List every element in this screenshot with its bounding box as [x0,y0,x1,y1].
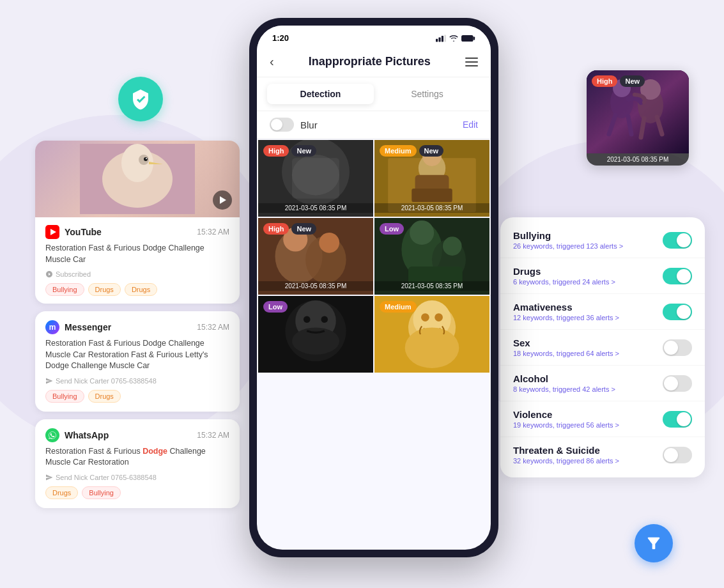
photo-cell-1[interactable]: High New 2021-03-05 08:35 PM [258,140,373,217]
phone-status-bar: 1:20 [257,26,491,47]
svg-point-45 [405,327,459,368]
toggle-sex[interactable] [663,339,692,356]
svg-rect-11 [474,36,475,40]
send-icon [45,377,53,385]
blur-toggle-container: Blur [270,118,318,132]
youtube-card-content: YouTube 15:32 AM Restoration Fast & Furi… [35,217,240,304]
toggle-violence[interactable] [663,411,692,428]
setting-detail-threaten-suicide: 32 keywords, triggered 86 alerts > [513,457,663,465]
setting-info-drugs: Drugs 6 keywords, triggered 24 alerts > [513,266,663,286]
photo-cell-3[interactable]: High New 2021-03-05 08:35 PM [258,218,373,295]
wifi-icon [449,35,459,42]
photo-badges-3: High New [263,223,316,235]
badge-high-3: High [263,223,289,235]
toggle-alcohol[interactable] [663,375,692,392]
badge-new-2: New [419,145,444,157]
play-button[interactable] [213,190,232,210]
setting-name-bullying: Bullying [513,230,663,241]
toggle-drugs[interactable] [663,268,692,284]
shield-container [118,77,163,121]
messenger-card-body: Restoration Fast & Furious Dodge Challen… [45,338,229,372]
setting-name-drugs: Drugs [513,266,663,277]
whatsapp-card-body: Restoration Fast & Furious Dodge Challen… [45,446,229,468]
back-button[interactable]: ‹ [270,54,274,69]
app-name-whatsapp: WhatsApp [45,428,109,442]
app-name-messenger: m Messenger [45,320,111,334]
messenger-tags: Bullying Drugs [45,390,229,403]
hamburger-line-3 [465,65,478,66]
blur-label: Blur [300,120,318,130]
badge-medium-6: Medium [380,301,417,313]
status-icons [436,35,475,42]
menu-button[interactable] [465,58,478,66]
svg-point-5 [146,158,147,159]
tag-bullying: Bullying [45,283,84,296]
top-right-image: High New [587,70,689,153]
whatsapp-sender: Send Nick Carter 0765-6388548 [45,474,229,481]
svg-rect-12 [462,36,472,41]
photo-badges-1: High New [263,145,316,157]
setting-bullying: Bullying 26 keywords, triggered 123 aler… [500,222,705,258]
setting-threaten-suicide: Threaten & Suicide 32 keywords, triggere… [500,437,705,472]
svg-rect-6 [436,38,438,42]
toggle-bullying[interactable] [663,232,692,249]
setting-info-threaten-suicide: Threaten & Suicide 32 keywords, triggere… [513,445,663,465]
right-settings-panel: Bullying 26 keywords, triggered 123 aler… [500,217,705,477]
toggle-threaten-suicide[interactable] [663,447,692,463]
svg-rect-7 [438,37,440,42]
svg-point-4 [144,157,148,161]
messenger-icon: m [45,320,59,334]
badge-low-4: Low [380,223,404,235]
svg-rect-9 [444,35,446,42]
svg-rect-22 [412,189,452,202]
setting-info-bullying: Bullying 26 keywords, triggered 123 aler… [513,230,663,250]
badge-low-5: Low [263,301,288,313]
photo-cell-4[interactable]: Low 2021-03-05 08:35 PM [374,218,489,295]
messenger-sender: Send Nick Carter 0765-6388548 [45,377,229,385]
edit-link[interactable]: Edit [463,120,478,130]
badge-medium-2: Medium [380,145,417,157]
top-right-image-card: High New [587,70,689,166]
svg-point-38 [304,316,311,323]
photo-timestamp-4: 2021-03-05 08:35 PM [374,281,489,291]
messenger-card: m Messenger 15:32 AM Restoration Fast & … [35,311,240,412]
setting-detail-amativeness: 12 keywords, triggered 36 alerts > [513,314,663,321]
photo-cell-2[interactable]: Medium New 2021-03-05 08:35 PM [374,140,489,217]
tag-drugs-wa: Drugs [45,486,78,499]
whatsapp-tags: Drugs Bullying [45,486,229,499]
tab-detection[interactable]: Detection [267,84,374,104]
svg-rect-16 [292,158,339,199]
photo-timestamp-3: 2021-03-05 08:35 PM [258,281,373,291]
photo-grid: High New 2021-03-05 08:35 PM Medium New [257,139,491,374]
photo-badges-5: Low [263,301,288,313]
photo-badges-2: Medium New [380,145,443,157]
filter-button[interactable] [635,524,673,562]
tab-settings[interactable]: Settings [374,84,481,104]
checkmark-shield-svg [129,88,152,111]
setting-name-threaten-suicide: Threaten & Suicide [513,445,663,456]
toggle-amativeness[interactable] [663,304,692,320]
setting-detail-bullying: 26 keywords, triggered 123 alerts > [513,242,663,250]
page-title: Inappropriate Pictures [309,55,431,68]
subscription-icon [45,270,53,278]
blur-toggle[interactable] [270,118,294,132]
setting-detail-alcohol: 8 keywords, triggered 42 alerts > [513,385,663,393]
setting-violence: Violence 19 keywords, triggered 56 alert… [500,401,705,437]
setting-info-violence: Violence 19 keywords, triggered 56 alert… [513,409,663,429]
app-name-youtube: YouTube [45,225,102,239]
photo-cell-6[interactable]: Medium [374,296,489,373]
youtube-subscription: Subscribed [45,270,229,278]
setting-name-alcohol: Alcohol [513,373,663,384]
setting-amativeness: Amativeness 12 keywords, triggered 36 al… [500,294,705,330]
setting-detail-drugs: 6 keywords, triggered 24 alerts > [513,278,663,286]
photo-cell-5[interactable]: Low [258,296,373,373]
photo-timestamp-2: 2021-03-05 08:35 PM [374,203,489,213]
svg-point-32 [443,236,462,256]
svg-point-30 [410,220,434,245]
setting-name-amativeness: Amativeness [513,302,663,313]
svg-point-39 [321,316,328,323]
card-time-youtube: 15:32 AM [197,228,229,236]
photo-timestamp-1: 2021-03-05 08:35 PM [258,203,373,213]
svg-point-27 [319,233,339,253]
top-right-badges: High New [592,75,645,87]
